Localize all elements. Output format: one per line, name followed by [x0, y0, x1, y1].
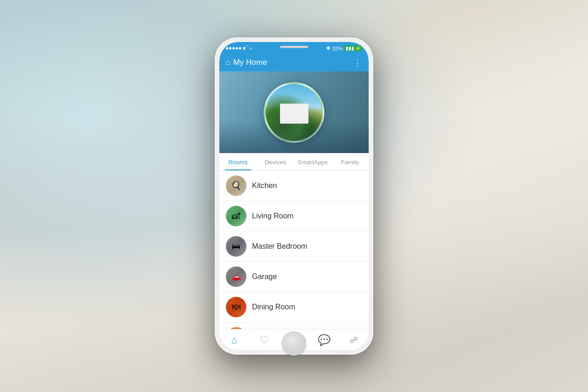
header-left: ⌂ My Home — [226, 58, 267, 67]
tab-smartapps[interactable]: SmartApps — [294, 153, 331, 170]
list-item[interactable]: 🍽 Dining Room — [219, 292, 369, 322]
nav-item-favorites[interactable]: ♡ — [249, 329, 279, 350]
phone-screen-container: ▾‾ ≈ ✱ 32% ▮▮▮ ⚡ ⌂ — [219, 42, 369, 350]
charging-icon: ⚡ — [355, 46, 361, 51]
phone-frame: ▾‾ ≈ ✱ 32% ▮▮▮ ⚡ ⌂ — [215, 37, 373, 355]
chat-icon: 💬 — [318, 334, 330, 346]
list-item[interactable]: 🛋 Living Room — [219, 201, 369, 231]
home-icon: ⌂ — [231, 334, 237, 346]
list-item[interactable]: 🛏 Master Bedroom — [219, 231, 369, 262]
battery-indicator: ▮▮▮ ⚡ — [344, 45, 362, 51]
wifi-icon: ▾‾ — [243, 45, 248, 52]
bluetooth-icon: ✱ — [326, 45, 330, 51]
room-name-dining-room: Dining Room — [252, 303, 295, 311]
room-icon-garage: 🚗 — [226, 266, 246, 287]
room-icon-kitchen: 🍳 — [226, 175, 246, 196]
status-right: ✱ 32% ▮▮▮ ⚡ — [326, 45, 362, 51]
room-icon-dining-room: 🍽 — [226, 297, 246, 317]
status-left: ▾‾ ≈ — [226, 45, 252, 52]
settings-icon: ☍ — [350, 335, 358, 345]
room-name-master-bedroom: Master Bedroom — [252, 242, 307, 251]
list-item[interactable]: 🚗 Garage — [219, 262, 369, 292]
battery-icon: ▮▮▮ — [346, 46, 354, 51]
hero-camera-area — [219, 71, 369, 153]
phone-home-button[interactable] — [282, 331, 306, 356]
page-title: My Home — [233, 58, 267, 67]
tab-devices[interactable]: Devices — [257, 153, 294, 170]
tab-rooms[interactable]: Rooms — [219, 153, 257, 170]
list-item[interactable]: 🍳 Kitchen — [219, 171, 369, 201]
phone-mockup: ▾‾ ≈ ✱ 32% ▮▮▮ ⚡ ⌂ — [215, 37, 373, 355]
room-icon-master-bedroom: 🛏 — [226, 236, 246, 257]
room-list: 🍳 Kitchen 🛋 Living Room 🛏 — [219, 171, 369, 329]
list-item[interactable]: 🛁 Upstairs Bathroom — [219, 322, 369, 329]
content-tabs: Rooms Devices SmartApps Family — [219, 153, 369, 171]
phone-speaker — [280, 46, 308, 48]
tab-family[interactable]: Family — [331, 153, 369, 170]
hero-gradient-overlay — [219, 120, 369, 153]
nav-item-settings[interactable]: ☍ — [339, 329, 369, 350]
room-name-kitchen: Kitchen — [252, 182, 277, 190]
room-icon-living-room: 🛋 — [226, 206, 246, 226]
nav-item-home[interactable]: ⌂ — [219, 329, 249, 350]
home-nav-icon: ⌂ — [226, 58, 231, 67]
wifi-symbol: ≈ — [249, 45, 252, 52]
room-icon-upstairs-bathroom: 🛁 — [226, 327, 246, 329]
heart-icon: ♡ — [259, 334, 269, 346]
more-menu-button[interactable]: ⋮ — [353, 57, 362, 68]
app-screen: ▾‾ ≈ ✱ 32% ▮▮▮ ⚡ ⌂ — [219, 42, 369, 350]
room-name-living-room: Living Room — [252, 212, 294, 220]
nav-item-messages[interactable]: 💬 — [309, 329, 339, 350]
room-name-garage: Garage — [252, 273, 277, 281]
signal-indicator — [226, 47, 241, 49]
battery-percent: 32% — [332, 46, 343, 51]
app-header: ⌂ My Home ⋮ — [219, 54, 369, 71]
